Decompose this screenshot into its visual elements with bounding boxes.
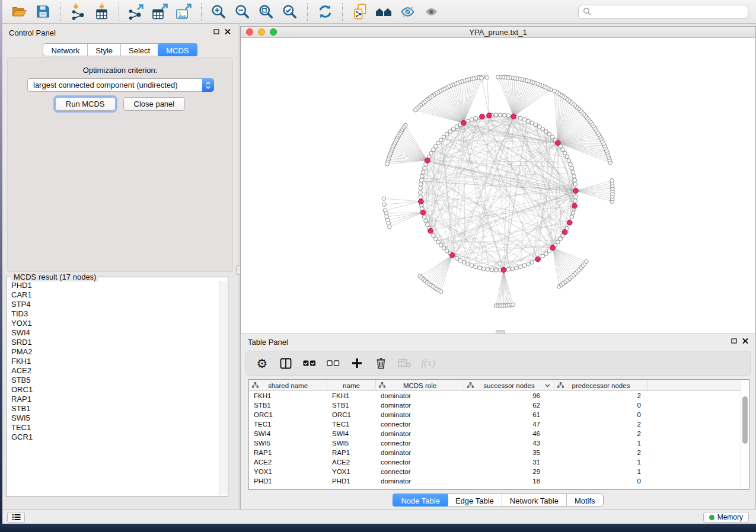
graph-mcds-hub-node[interactable] <box>425 158 430 164</box>
tab-style[interactable]: Style <box>88 44 121 56</box>
graph-node[interactable] <box>478 266 482 270</box>
tab-network[interactable]: Network <box>43 44 88 56</box>
graph-node[interactable] <box>573 199 578 203</box>
table-cell[interactable]: 2 <box>554 448 648 457</box>
float-panel-icon[interactable] <box>213 29 219 34</box>
graph-mcds-hub-node[interactable] <box>420 210 426 215</box>
graph-node[interactable] <box>572 174 576 178</box>
select-all-button[interactable] <box>302 355 317 371</box>
graph-node[interactable] <box>419 182 423 187</box>
table-cell[interactable]: dominator <box>376 410 464 419</box>
graph-leaf-node[interactable] <box>385 162 390 166</box>
open-session-button[interactable] <box>9 2 29 21</box>
search-input[interactable] <box>578 5 748 19</box>
column-header-shared-name[interactable]: shared name <box>249 380 327 391</box>
graph-node[interactable] <box>494 113 498 117</box>
graph-mcds-hub-node[interactable] <box>535 257 541 262</box>
graph-mcds-hub-node[interactable] <box>572 203 578 209</box>
graph-node[interactable] <box>571 170 575 174</box>
graph-node[interactable] <box>515 266 519 270</box>
graph-node[interactable] <box>432 233 436 238</box>
mcds-result-item[interactable]: PHD1 <box>7 281 219 290</box>
table-cell[interactable]: 2 <box>554 419 648 429</box>
save-session-button[interactable] <box>33 2 53 21</box>
show-all-button[interactable] <box>421 2 441 21</box>
export-table-button[interactable] <box>150 2 170 21</box>
table-cell[interactable]: SWI5 <box>327 438 376 448</box>
graph-node[interactable] <box>470 264 474 268</box>
table-cell[interactable]: 47 <box>464 419 554 429</box>
first-neighbors-button[interactable] <box>374 2 394 21</box>
table-cell[interactable]: 35 <box>464 448 554 457</box>
zoom-selected-button[interactable] <box>280 2 300 21</box>
table-cell[interactable]: 18 <box>464 476 554 486</box>
export-network-button[interactable] <box>126 2 146 21</box>
table-tab-motifs[interactable]: Motifs <box>567 494 603 506</box>
table-cell[interactable]: 46 <box>464 429 554 438</box>
mcds-result-item[interactable]: YOX1 <box>7 319 219 328</box>
table-cell[interactable]: ACE2 <box>327 457 376 467</box>
table-cell[interactable]: 1 <box>554 457 648 467</box>
optimization-criterion-select[interactable]: largest connected component (undirected) <box>27 78 214 92</box>
table-cell[interactable]: connector <box>376 467 464 476</box>
table-scrollbar[interactable] <box>741 380 749 489</box>
close-panel-button[interactable]: Close panel <box>123 97 186 111</box>
mcds-result-item[interactable]: TID3 <box>7 309 219 319</box>
mcds-result-item[interactable]: CAR1 <box>7 290 219 300</box>
column-header-mcds-role[interactable]: MCDS role <box>376 380 464 391</box>
table-cell[interactable]: 0 <box>554 400 648 410</box>
mcds-result-item[interactable]: SRD1 <box>7 338 219 347</box>
table-cell[interactable]: 2 <box>554 391 648 400</box>
table-cell[interactable]: dominator <box>376 448 464 457</box>
table-cell[interactable]: ACE2 <box>249 457 327 467</box>
table-cell[interactable]: connector <box>376 457 464 467</box>
mcds-result-item[interactable]: PMA2 <box>7 347 219 357</box>
table-tab-node-table[interactable]: Node Table <box>393 493 448 507</box>
graph-node[interactable] <box>563 151 567 155</box>
run-mcds-button[interactable]: Run MCDS <box>55 97 116 111</box>
graph-node[interactable] <box>422 166 426 171</box>
table-row[interactable]: TEC1TEC1connector472 <box>249 419 741 429</box>
tab-mcds[interactable]: MCDS <box>158 43 197 56</box>
graph-node[interactable] <box>567 159 571 163</box>
table-scrollbar-thumb[interactable] <box>742 396 748 444</box>
graph-node[interactable] <box>559 237 563 241</box>
graph-mcds-hub-node[interactable] <box>555 140 560 146</box>
table-cell[interactable]: PHD1 <box>249 476 327 486</box>
table-tab-network-table[interactable]: Network Table <box>502 494 567 506</box>
graph-mcds-hub-node[interactable] <box>419 199 424 204</box>
graph-node[interactable] <box>527 119 531 123</box>
graph-node[interactable] <box>466 119 470 123</box>
graph-node[interactable] <box>436 141 441 145</box>
table-cell[interactable]: 96 <box>464 391 554 400</box>
graph-node[interactable] <box>419 191 423 195</box>
graph-node[interactable] <box>565 155 569 159</box>
graph-node[interactable] <box>455 125 459 129</box>
result-list-scrollbar[interactable] <box>219 281 227 495</box>
graph-node[interactable] <box>474 265 478 269</box>
graph-node[interactable] <box>498 113 502 117</box>
graph-leaf-node[interactable] <box>382 203 387 207</box>
mcds-result-item[interactable]: STP4 <box>7 300 219 309</box>
graph-leaf-node[interactable] <box>413 108 417 112</box>
graph-leaf-node[interactable] <box>511 303 515 307</box>
graph-node[interactable] <box>422 215 426 219</box>
table-cell[interactable]: STB1 <box>249 400 327 410</box>
table-row[interactable]: SWI5SWI5connector431 <box>249 438 741 448</box>
graph-mcds-hub-node[interactable] <box>567 220 572 225</box>
mcds-result-item[interactable]: ORC1 <box>7 385 219 395</box>
mcds-result-item[interactable]: SWI4 <box>7 328 219 338</box>
zoom-fit-button[interactable] <box>256 2 276 21</box>
table-cell[interactable]: dominator <box>376 400 464 410</box>
graph-node[interactable] <box>511 267 515 271</box>
graph-node[interactable] <box>432 148 436 152</box>
table-cell[interactable]: SWI5 <box>249 438 327 448</box>
tab-select[interactable]: Select <box>121 44 158 56</box>
graph-node[interactable] <box>420 174 425 178</box>
graph-node[interactable] <box>429 151 433 155</box>
table-row[interactable]: SWI4SWI4dominator462 <box>249 429 741 438</box>
panel-menu-button[interactable] <box>7 512 25 523</box>
table-cell[interactable]: 62 <box>464 400 554 410</box>
table-cell[interactable]: 0 <box>554 410 648 419</box>
table-cell[interactable]: RAP1 <box>327 448 376 457</box>
